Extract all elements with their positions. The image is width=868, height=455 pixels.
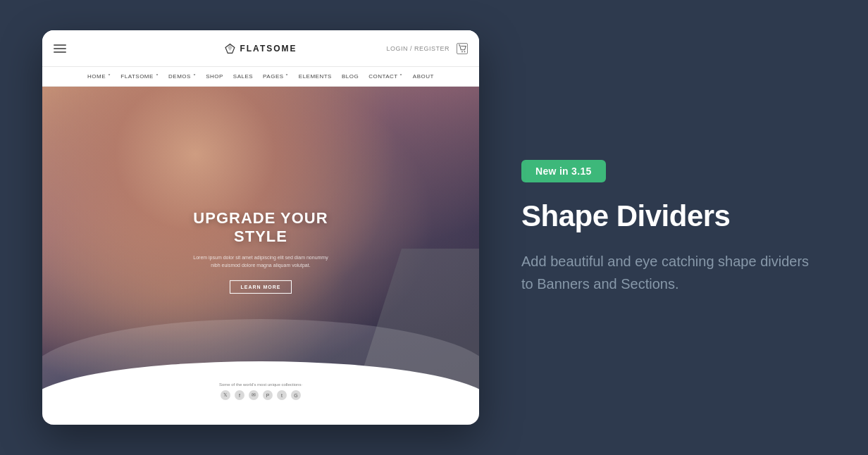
svg-point-3 xyxy=(464,51,466,52)
nav-demos[interactable]: DEMOS ˅ xyxy=(168,73,196,80)
info-panel: New in 3.15 Shape Dividers Add beautiful… xyxy=(521,146,826,309)
hero-cta-button[interactable]: LEARN MORE xyxy=(230,280,291,294)
nav-bar: HOME ˅ FLATSOME ˅ DEMOS ˅ SHOP SALES PAG… xyxy=(42,67,479,87)
hero-section: UPGRADE YOUR STYLE Lorem ipsum dolor sit… xyxy=(42,87,479,425)
feature-description: Add beautiful and eye catching shape div… xyxy=(521,250,812,295)
browser-mockup: FLATSOME LOGIN / REGISTER HOME ˅ FLATSOM… xyxy=(42,30,479,425)
feature-title: Shape Dividers xyxy=(521,199,812,233)
svg-point-2 xyxy=(461,51,463,52)
twitter-icon[interactable]: 𝕏 xyxy=(221,390,230,400)
gplus-icon[interactable]: G xyxy=(291,390,301,400)
browser-actions: LOGIN / REGISTER xyxy=(386,43,468,54)
version-badge: New in 3.15 xyxy=(521,160,606,182)
hero-footer: Some of the world's most unique collecti… xyxy=(42,382,479,400)
nav-contact[interactable]: CONTACT ˅ xyxy=(368,73,403,80)
nav-flatsome[interactable]: FLATSOME ˅ xyxy=(120,73,159,80)
email-icon[interactable]: ✉ xyxy=(249,390,259,400)
login-register-text[interactable]: LOGIN / REGISTER xyxy=(386,45,450,52)
nav-sales[interactable]: SALES xyxy=(233,73,253,80)
brand-logo: FLATSOME xyxy=(224,43,297,54)
hero-content: UPGRADE YOUR STYLE Lorem ipsum dolor sit… xyxy=(190,209,331,294)
hamburger-icon[interactable] xyxy=(54,44,66,53)
tumblr-icon[interactable]: t xyxy=(277,390,287,400)
hero-subtitle: Lorem ipsum dolor sit amet adipiscing el… xyxy=(190,254,331,269)
nav-blog[interactable]: BLOG xyxy=(342,73,359,80)
cart-icon[interactable] xyxy=(457,43,468,54)
nav-pages[interactable]: PAGES ˅ xyxy=(263,73,289,80)
social-icons: 𝕏 f ✉ P t G xyxy=(221,390,301,400)
nav-shop[interactable]: SHOP xyxy=(206,73,223,80)
nav-about[interactable]: ABOUT xyxy=(413,73,434,80)
brand-name-text: FLATSOME xyxy=(240,44,297,54)
hero-title: UPGRADE YOUR STYLE xyxy=(190,209,331,247)
browser-top-bar: FLATSOME LOGIN / REGISTER xyxy=(42,30,479,67)
facebook-icon[interactable]: f xyxy=(235,390,244,400)
nav-elements[interactable]: ELEMENTS xyxy=(299,73,332,80)
diamond-icon xyxy=(224,43,235,54)
pinterest-icon[interactable]: P xyxy=(263,390,273,400)
nav-home[interactable]: HOME ˅ xyxy=(87,73,111,80)
footer-text: Some of the world's most unique collecti… xyxy=(219,382,302,387)
main-container: FLATSOME LOGIN / REGISTER HOME ˅ FLATSOM… xyxy=(0,0,868,455)
